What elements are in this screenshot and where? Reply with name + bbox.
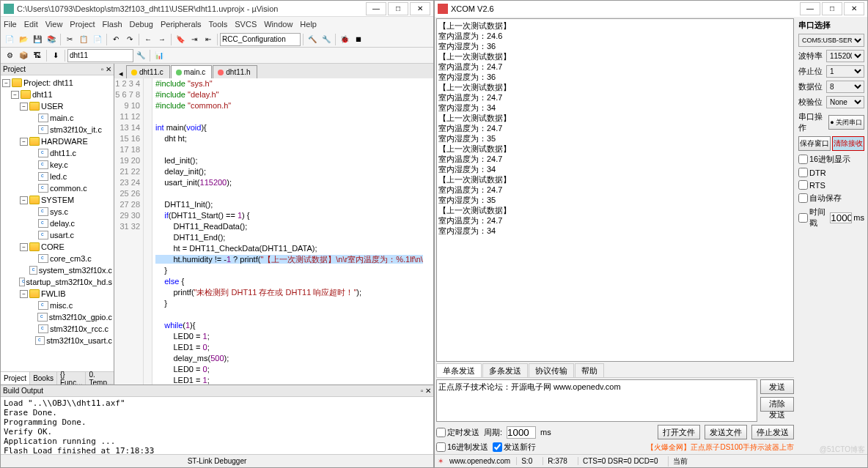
menu-peripherals[interactable]: Peripherals [161, 20, 202, 29]
tree-item[interactable]: usart.c [2, 229, 112, 241]
build-icon[interactable]: 🔨 [306, 33, 319, 46]
tree-item[interactable]: system_stm32f10x.c [2, 264, 112, 276]
hex-send-checkbox[interactable]: 16进制发送 [436, 442, 488, 453]
baud-select[interactable]: 115200 [826, 50, 864, 62]
send-tab[interactable]: 帮助 [575, 363, 604, 377]
tree-item[interactable]: main.c [2, 112, 112, 124]
tree-item[interactable]: delay.c [2, 218, 112, 229]
port-toggle-button[interactable]: ● 关闭串口 [828, 115, 864, 130]
send-tab[interactable]: 协议传输 [529, 363, 574, 377]
menu-debug[interactable]: Debug [130, 20, 153, 29]
code-editor[interactable]: 1 2 3 4 5 6 7 8 9 10 11 12 13 14 15 16 1… [114, 78, 433, 385]
menu-help[interactable]: Help [300, 20, 317, 29]
rts-checkbox[interactable]: RTS [798, 180, 864, 190]
code-content[interactable]: #include "sys.h" #include "delay.h" #inc… [152, 78, 433, 385]
rebuild2-icon[interactable]: 🏗 [31, 49, 44, 62]
debug-icon[interactable]: 🐞 [338, 33, 351, 46]
options-icon[interactable]: 🔧 [134, 49, 147, 62]
tree-item[interactable]: stm32f10x_gpio.c [2, 311, 112, 323]
minimize-button[interactable]: — [800, 2, 820, 15]
translate-icon[interactable]: ⚙ [3, 49, 16, 62]
tree-item[interactable]: −FWLIB [2, 288, 112, 300]
proj-tab[interactable]: {} Func... [57, 372, 87, 385]
outdent-icon[interactable]: ⇤ [202, 33, 215, 46]
autosave-checkbox[interactable]: 自动保存 [798, 193, 864, 204]
download-icon[interactable]: ⬇ [49, 49, 62, 62]
proj-tab[interactable]: 0. Temp... [86, 372, 117, 385]
redo-icon[interactable]: ↷ [123, 33, 136, 46]
menu-tools[interactable]: Tools [209, 20, 228, 29]
clear-tx-button[interactable]: 清除发送 [760, 397, 794, 412]
parity-select[interactable]: None [826, 96, 864, 108]
cut-icon[interactable]: ✂ [63, 33, 76, 46]
stop-icon[interactable]: ⏹ [352, 33, 365, 46]
fwd-icon[interactable]: → [155, 33, 169, 46]
copy-icon[interactable]: 📋 [77, 33, 90, 46]
proj-tab[interactable]: Books [30, 372, 57, 385]
panel-controls[interactable]: ▫ ✕ [101, 65, 111, 73]
project-tree[interactable]: −Project: dht11−dht11−USERmain.cstm32f10… [1, 75, 114, 371]
tree-item[interactable]: core_cm3.c [2, 253, 112, 264]
editor-tab[interactable]: main.c [171, 65, 212, 78]
back-icon[interactable]: ← [141, 33, 155, 46]
open-icon[interactable]: 📂 [17, 33, 30, 46]
clear-rx-button[interactable]: 清除接收 [832, 136, 864, 151]
saveall-icon[interactable]: 📚 [45, 33, 58, 46]
tree-item[interactable]: stm32f10x_it.c [2, 124, 112, 135]
tree-item[interactable]: −USER [2, 100, 112, 112]
indent-icon[interactable]: ⇥ [188, 33, 201, 46]
timed-send-checkbox[interactable]: 定时发送 [436, 427, 479, 438]
editor-tab[interactable]: dht11.c [126, 65, 170, 78]
tree-item[interactable]: stm32f10x_rcc.c [2, 323, 112, 335]
fold-column[interactable] [144, 78, 152, 385]
maximize-button[interactable]: □ [822, 2, 842, 15]
send-file-button[interactable]: 发送文件 [705, 425, 747, 439]
new-icon[interactable]: 📄 [3, 33, 16, 46]
timestamp-checkbox[interactable]: 时间戳 ms [798, 207, 864, 229]
build-output[interactable]: Load "..\\OBJ\\dht11.axf" Erase Done. Pr… [1, 397, 433, 454]
port-select[interactable]: COM5:USB-SERIAL CH340 [798, 34, 864, 47]
tree-item[interactable]: key.c [2, 159, 112, 171]
tree-item[interactable]: sys.c [2, 206, 112, 218]
paste-icon[interactable]: 📄 [91, 33, 104, 46]
maximize-button[interactable]: □ [388, 2, 408, 15]
send-tab[interactable]: 单条发送 [436, 363, 482, 377]
send-button[interactable]: 发送 [760, 379, 794, 394]
menu-window[interactable]: Window [264, 20, 293, 29]
open-file-button[interactable]: 打开文件 [658, 425, 700, 439]
menu-flash[interactable]: Flash [103, 20, 122, 29]
hex-display-checkbox[interactable]: 16进制显示 [798, 154, 864, 165]
close-button[interactable]: ✕ [844, 2, 864, 15]
rebuild-icon[interactable]: 🔧 [320, 33, 333, 46]
data-select[interactable]: 8 [826, 81, 864, 93]
config-combo[interactable]: RCC_Configuration [220, 33, 301, 46]
rx-textarea[interactable]: 【上一次测试数据】室内温度为：24.6室内湿度为：36【上一次测试数据】室内温度… [436, 18, 794, 362]
save-icon[interactable]: 💾 [31, 33, 44, 46]
tree-item[interactable]: startup_stm32f10x_hd.s [2, 276, 112, 288]
menu-edit[interactable]: Edit [24, 20, 38, 29]
tree-item[interactable]: −Project: dht11 [2, 77, 112, 89]
build2-icon[interactable]: 📦 [17, 49, 30, 62]
stop-select[interactable]: 1 [826, 65, 864, 78]
bookmark-icon[interactable]: 🔖 [174, 33, 187, 46]
send-tab[interactable]: 多条发送 [482, 363, 528, 377]
panel-controls[interactable]: ▫ ✕ [421, 387, 431, 395]
manage-icon[interactable]: 📊 [152, 49, 166, 62]
dtr-checkbox[interactable]: DTR [798, 168, 864, 177]
tree-item[interactable]: common.c [2, 182, 112, 194]
menu-file[interactable]: File [4, 20, 17, 29]
tree-item[interactable]: −HARDWARE [2, 135, 112, 147]
tree-item[interactable]: −CORE [2, 241, 112, 253]
link[interactable]: www.openedv.com [449, 457, 510, 465]
minimize-button[interactable]: — [366, 2, 386, 15]
tree-item[interactable]: led.c [2, 171, 112, 182]
newline-checkbox[interactable]: 发送新行 [493, 442, 536, 453]
tx-textarea[interactable]: 正点原子技术论坛：开源电子网 www.openedv.com [436, 379, 757, 422]
proj-tab[interactable]: Project [1, 372, 30, 385]
tree-item[interactable]: stm32f10x_usart.c [2, 335, 112, 346]
stop-send-button[interactable]: 停止发送 [751, 425, 794, 439]
target-combo[interactable]: dht11 [67, 49, 133, 62]
save-window-button[interactable]: 保存窗口 [798, 136, 831, 151]
tree-item[interactable]: −dht11 [2, 89, 112, 100]
tree-item[interactable]: misc.c [2, 300, 112, 311]
